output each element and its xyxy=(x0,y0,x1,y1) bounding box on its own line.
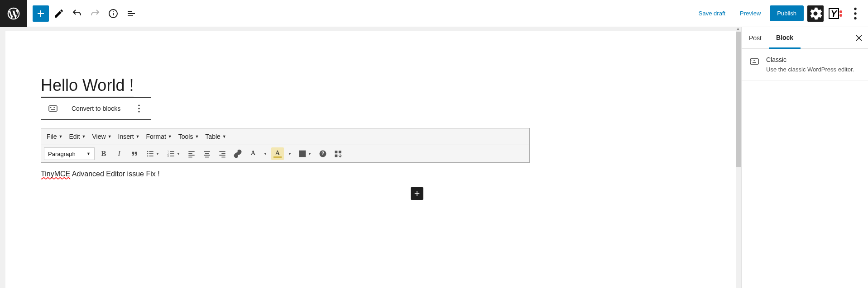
bold-button[interactable]: B xyxy=(97,147,110,160)
svg-point-14 xyxy=(139,111,140,112)
publish-button[interactable]: Publish xyxy=(770,5,804,21)
svg-rect-20 xyxy=(149,156,153,156)
svg-rect-27 xyxy=(188,151,194,152)
yoast-button[interactable]: Y xyxy=(827,5,844,22)
svg-rect-18 xyxy=(149,153,153,154)
pencil-icon xyxy=(53,8,64,19)
add-block-button[interactable] xyxy=(33,5,49,22)
list-view-icon xyxy=(126,8,137,19)
mce-menu-tools[interactable]: Tools▼ xyxy=(176,131,202,142)
mce-menu-file[interactable]: File▼ xyxy=(44,131,65,142)
svg-point-4 xyxy=(854,12,856,14)
svg-rect-26 xyxy=(170,156,174,156)
format-select[interactable]: Paragraph ▼ xyxy=(44,147,95,160)
save-draft-button[interactable]: Save draft xyxy=(693,6,731,20)
blockquote-button[interactable] xyxy=(128,147,141,160)
info-icon xyxy=(108,8,119,19)
kebab-icon xyxy=(134,103,144,114)
link-icon xyxy=(233,149,242,158)
wordpress-logo-button[interactable] xyxy=(0,0,27,27)
tinymce-menubar: File▼ Edit▼ View▼ Insert▼ Format▼ Tools▼… xyxy=(41,128,529,145)
align-right-button[interactable] xyxy=(216,147,229,160)
more-options-button[interactable] xyxy=(847,5,863,22)
svg-text:?: ? xyxy=(321,151,324,156)
svg-point-15 xyxy=(147,151,149,152)
classic-block-toolbar: Convert to blocks xyxy=(41,97,151,120)
undo-button[interactable] xyxy=(69,5,85,22)
svg-rect-38 xyxy=(221,157,225,158)
mce-menu-edit[interactable]: Edit▼ xyxy=(66,131,88,142)
text-color-button[interactable]: A xyxy=(247,147,259,160)
svg-rect-6 xyxy=(49,106,57,111)
convert-to-blocks-label: Convert to blocks xyxy=(72,105,120,112)
quote-icon xyxy=(130,149,139,158)
preview-button[interactable]: Preview xyxy=(734,6,766,20)
scrollbar-thumb[interactable] xyxy=(735,32,741,167)
tab-block[interactable]: Block xyxy=(769,28,801,49)
body-text-spellerr: TinyMCE xyxy=(41,170,70,178)
help-button[interactable]: ? xyxy=(317,147,329,160)
redo-button[interactable] xyxy=(87,5,103,22)
mce-menu-table[interactable]: Table▼ xyxy=(202,131,229,142)
align-center-button[interactable] xyxy=(201,147,213,160)
svg-rect-24 xyxy=(170,153,174,154)
mce-menu-format[interactable]: Format▼ xyxy=(143,131,174,142)
scroll-up-arrow[interactable]: ▲ xyxy=(735,27,741,31)
svg-point-3 xyxy=(854,7,856,9)
mce-menu-insert[interactable]: Insert▼ xyxy=(115,131,143,142)
keyboard-icon xyxy=(749,56,760,67)
svg-rect-48 xyxy=(335,155,338,157)
align-center-icon xyxy=(202,149,211,158)
plus-icon xyxy=(413,189,421,198)
svg-point-5 xyxy=(854,17,856,19)
svg-rect-33 xyxy=(204,155,210,156)
topbar-left-tools xyxy=(27,5,139,22)
link-button[interactable] xyxy=(231,147,244,160)
add-block-inline-button[interactable] xyxy=(411,187,423,200)
tab-post[interactable]: Post xyxy=(742,28,769,48)
bg-color-caret[interactable]: ▼ xyxy=(287,147,293,160)
post-title[interactable]: Hello World ! xyxy=(41,76,134,96)
svg-rect-37 xyxy=(219,155,225,156)
bg-color-button[interactable]: A xyxy=(271,147,284,160)
block-type-button[interactable] xyxy=(41,98,65,119)
svg-point-19 xyxy=(147,156,149,157)
editor-canvas: Hello World ! Convert to blocks xyxy=(5,31,736,288)
info-button[interactable] xyxy=(105,5,121,22)
svg-rect-22 xyxy=(170,151,174,152)
tools-mode-button[interactable] xyxy=(51,5,67,22)
format-select-label: Paragraph xyxy=(48,151,76,157)
kebab-icon xyxy=(847,5,863,22)
svg-rect-16 xyxy=(149,151,153,152)
settings-button[interactable] xyxy=(807,5,824,22)
svg-text:3: 3 xyxy=(168,155,169,157)
block-description: Use the classic WordPress editor. xyxy=(766,66,854,73)
close-icon xyxy=(854,33,863,42)
outline-button[interactable] xyxy=(123,5,139,22)
svg-rect-47 xyxy=(339,151,341,153)
table-button[interactable]: ▼ xyxy=(296,147,314,160)
align-left-button[interactable] xyxy=(185,147,198,160)
close-sidebar-button[interactable] xyxy=(850,29,868,47)
topbar-right-tools: Save draft Preview Publish Y xyxy=(693,5,868,22)
yoast-icon: Y xyxy=(829,8,842,19)
numbered-list-button[interactable]: 123 ▼ xyxy=(164,147,182,160)
svg-point-2 xyxy=(113,11,114,12)
sidebar-tabs: Post Block xyxy=(742,27,868,49)
svg-rect-39 xyxy=(299,151,305,156)
toolbar-toggle-button[interactable] xyxy=(332,147,345,160)
text-color-caret[interactable]: ▼ xyxy=(262,147,269,160)
convert-to-blocks-button[interactable]: Convert to blocks xyxy=(65,98,127,119)
undo-icon xyxy=(72,8,82,19)
svg-rect-28 xyxy=(188,153,192,154)
table-icon xyxy=(298,149,307,158)
block-more-button[interactable] xyxy=(127,98,151,119)
plus-icon xyxy=(35,8,46,19)
editor-body[interactable]: TinyMCE Advanced Editor issue Fix ! xyxy=(41,163,530,196)
body-text-rest: Advanced Editor issue Fix ! xyxy=(70,170,159,178)
bullet-list-button[interactable]: ▼ xyxy=(144,147,162,160)
editor-scroll-area[interactable]: ▲ Hello World ! Convert to blocks xyxy=(0,27,741,288)
italic-button[interactable]: I xyxy=(113,147,125,160)
mce-menu-view[interactable]: View▼ xyxy=(90,131,115,142)
ol-icon: 123 xyxy=(167,149,176,158)
